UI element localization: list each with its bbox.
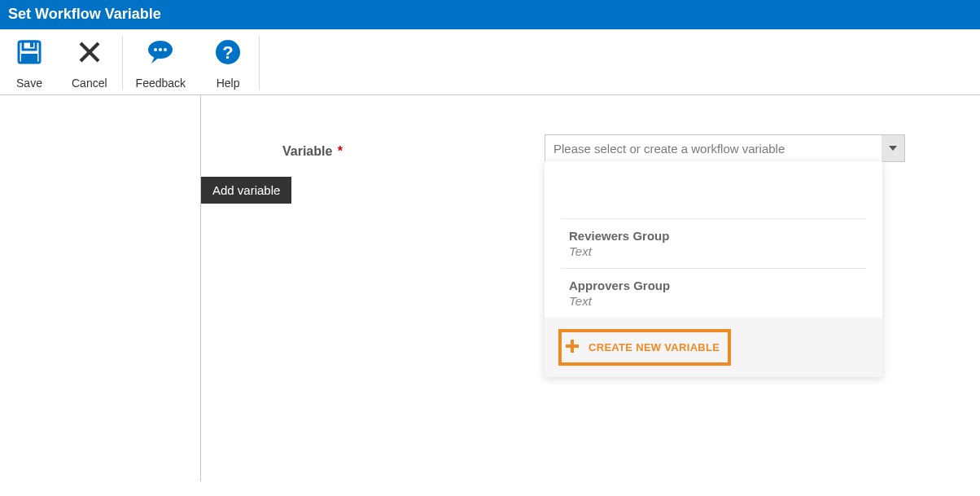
feedback-label: Feedback [136, 77, 186, 90]
cancel-button[interactable]: Cancel [59, 36, 123, 90]
form-area: Variable * Please select or create a wor… [201, 95, 980, 481]
svg-rect-1 [23, 42, 36, 50]
plus-icon [566, 340, 579, 355]
close-icon [73, 36, 106, 68]
save-button[interactable]: Save [0, 36, 59, 90]
svg-rect-13 [566, 345, 579, 348]
option-type: Text [569, 244, 858, 258]
svg-point-8 [159, 48, 162, 51]
option-name: Reviewers Group [569, 229, 858, 243]
feedback-button[interactable]: Feedback [123, 36, 199, 90]
dropdown-toggle[interactable] [882, 135, 904, 161]
content-area: Variable * Please select or create a wor… [0, 95, 980, 481]
create-new-label: CREATE NEW VARIABLE [588, 341, 720, 353]
help-icon: ? [212, 36, 244, 68]
variable-row: Variable * Please select or create a wor… [282, 134, 980, 162]
chevron-down-icon [889, 146, 897, 151]
dropdown-option-reviewers-group[interactable]: Reviewers Group Text [561, 218, 866, 268]
help-label: Help [217, 77, 240, 90]
add-variable-tooltip: Add variable [201, 177, 291, 204]
option-name: Approvers Group [569, 279, 858, 292]
svg-point-9 [164, 48, 167, 51]
variable-select-wrap: Please select or create a workflow varia… [545, 134, 980, 162]
dialog-title: Set Workflow Variable [0, 0, 980, 29]
help-button[interactable]: ? Help [199, 36, 260, 90]
left-spacer [0, 95, 201, 481]
svg-text:?: ? [222, 42, 233, 63]
feedback-icon [144, 36, 177, 68]
ribbon-toolbar: Save Cancel Feedback ? [0, 29, 980, 95]
svg-point-7 [154, 48, 157, 51]
svg-rect-3 [21, 54, 37, 63]
save-icon [13, 36, 46, 68]
create-new-variable-button[interactable]: CREATE NEW VARIABLE [545, 318, 882, 377]
save-label: Save [16, 77, 42, 90]
variable-label: Variable * [282, 134, 545, 159]
required-indicator: * [338, 144, 343, 158]
option-type: Text [569, 294, 858, 308]
variable-dropdown-panel: Reviewers Group Text Approvers Group Tex… [545, 161, 882, 377]
svg-rect-2 [30, 42, 33, 47]
variable-select-placeholder: Please select or create a workflow varia… [545, 142, 882, 156]
cancel-label: Cancel [72, 77, 107, 90]
variable-select[interactable]: Please select or create a workflow varia… [545, 134, 905, 162]
dropdown-option-approvers-group[interactable]: Approvers Group Text [561, 268, 866, 318]
